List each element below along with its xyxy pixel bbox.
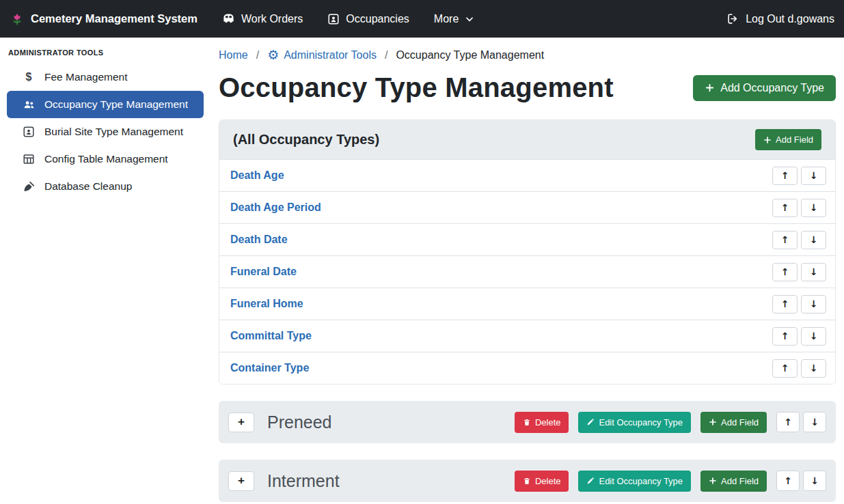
nav-more[interactable]: More [434,13,474,25]
move-up-button[interactable]: ↑ [772,327,798,346]
occupancy-type-section-interment: + Interment Delete Edit Occupancy Type [219,460,836,502]
sidebar-item-occupancy-type-management[interactable]: Occupancy Type Management [7,91,204,118]
dollar-icon: $ [21,71,37,83]
arrow-down-icon: ↓ [810,235,818,244]
move-up-button[interactable]: ↑ [776,471,800,491]
table-icon [21,153,37,165]
card-title: (All Occupancy Types) [233,132,379,148]
field-row: Funeral Date ↑ ↓ [219,255,835,288]
sidebar-item-config-table-management[interactable]: Config Table Management [7,145,204,173]
move-up-button[interactable]: ↑ [772,295,798,313]
occupancies-icon [327,13,340,25]
move-up-button[interactable]: ↑ [772,263,798,281]
move-up-button[interactable]: ↑ [772,199,798,217]
sidebar-item-database-cleanup[interactable]: Database Cleanup [7,173,204,200]
move-down-button[interactable]: ↓ [801,231,826,249]
work-orders-icon [222,12,235,25]
edit-occupancy-type-button[interactable]: Edit Occupancy Type [578,412,691,433]
nav-occupancies-label: Occupancies [346,13,409,25]
move-down-button[interactable]: ↓ [801,359,826,378]
arrow-up-icon: ↑ [784,417,792,427]
users-icon [21,98,37,111]
add-field-button[interactable]: Add Field [700,412,767,433]
section-title: Preneed [267,412,332,432]
pencil-icon [586,477,595,485]
arrow-down-icon: ↓ [810,267,818,277]
all-occupancy-types-header: (All Occupancy Types) Add Field [219,120,835,159]
move-up-button[interactable]: ↑ [772,231,798,249]
move-down-button[interactable]: ↓ [801,167,826,185]
move-up-button[interactable]: ↑ [776,412,800,432]
occupancy-type-section-preneed: + Preneed Delete Edit Occupancy Type [219,401,836,443]
move-down-button[interactable]: ↓ [801,295,826,313]
reorder-controls: ↑ ↓ [772,231,826,249]
delete-button[interactable]: Delete [515,412,569,433]
page-title: Occupancy Type Management [219,72,614,103]
add-occupancy-type-button[interactable]: Add Occupancy Type [693,75,836,101]
arrow-down-icon: ↓ [810,363,818,373]
sidebar-item-label: Burial Site Type Management [44,126,183,138]
arrow-up-icon: ↑ [781,203,789,212]
field-row: Committal Type ↑ ↓ [219,320,835,352]
move-down-button[interactable]: ↓ [801,263,826,281]
field-link[interactable]: Funeral Date [230,266,297,278]
delete-label: Delete [535,417,561,428]
expand-button[interactable]: + [228,471,254,491]
plus-icon [709,418,717,426]
breadcrumb-separator: / [385,49,387,61]
add-field-label: Add Field [776,135,813,145]
trash-icon [523,418,531,427]
tulip-logo-icon [10,12,25,27]
breadcrumb-admin-tools-link[interactable]: ⚙ Administrator Tools [267,48,377,61]
sidebar-item-label: Fee Management [44,71,128,83]
edit-occupancy-type-label: Edit Occupancy Type [599,417,683,428]
field-link[interactable]: Container Type [230,362,309,374]
field-link[interactable]: Funeral Home [230,298,303,310]
nav-work-orders-label: Work Orders [241,13,303,25]
trash-icon [523,477,531,486]
arrow-up-icon: ↑ [781,363,789,373]
field-link[interactable]: Death Age [230,169,284,182]
plus-icon [705,83,715,93]
add-field-label: Add Field [721,476,759,486]
move-down-button[interactable]: ↓ [803,471,826,491]
breadcrumb-home-link[interactable]: Home [219,49,248,61]
add-field-button[interactable]: Add Field [755,129,821,150]
move-down-button[interactable]: ↓ [801,327,826,346]
arrow-up-icon: ↑ [784,476,792,486]
move-up-button[interactable]: ↑ [772,359,798,378]
edit-occupancy-type-button[interactable]: Edit Occupancy Type [578,471,691,492]
arrow-up-icon: ↑ [781,299,789,309]
move-down-button[interactable]: ↓ [803,412,826,432]
plus-icon [709,477,717,485]
field-link[interactable]: Committal Type [230,330,312,342]
field-row: Death Date ↑ ↓ [219,223,835,255]
nav-links: Work Orders Occupancies More [222,12,474,25]
logout-label: Log Out d.gowans [746,13,834,25]
reorder-controls: ↑ ↓ [776,412,826,432]
move-down-button[interactable]: ↓ [801,199,826,217]
breadcrumb-separator: / [256,49,259,61]
reorder-controls: ↑ ↓ [772,327,826,346]
breadcrumb-home-label: Home [219,49,248,61]
plus-icon [763,136,772,144]
sidebar-item-burial-site-type-management[interactable]: Burial Site Type Management [7,118,204,145]
arrow-down-icon: ↓ [810,203,818,212]
arrow-down-icon: ↓ [811,476,819,486]
section-actions: Delete Edit Occupancy Type Add Field [515,412,826,433]
app-brand: Cemetery Management System [10,12,198,27]
field-link[interactable]: Death Age Period [230,201,321,214]
app-title: Cemetery Management System [31,12,198,25]
expand-button[interactable]: + [228,412,254,432]
nav-work-orders[interactable]: Work Orders [222,12,303,25]
sidebar-item-fee-management[interactable]: $ Fee Management [7,64,204,91]
main-content: Home / ⚙ Administrator Tools / Occupancy… [210,38,844,504]
delete-button[interactable]: Delete [515,471,569,492]
sidebar-heading: Administrator Tools [0,42,210,64]
move-up-button[interactable]: ↑ [772,167,798,185]
logout-link[interactable]: Log Out d.gowans [726,12,834,25]
nav-occupancies[interactable]: Occupancies [327,13,409,25]
section-actions: Delete Edit Occupancy Type Add Field [515,471,826,492]
field-link[interactable]: Death Date [230,234,288,246]
add-field-button[interactable]: Add Field [700,471,767,492]
